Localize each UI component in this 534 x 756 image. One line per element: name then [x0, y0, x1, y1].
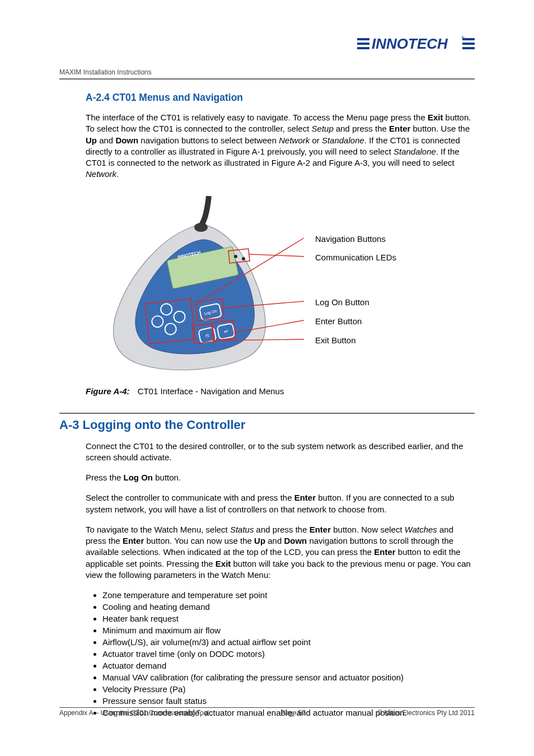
svg-point-11 [242, 257, 245, 260]
list-item: Manual VAV calibration (for calibrating … [102, 671, 475, 683]
page-footer: Appendix A – Using the CT01 Commissionin… [59, 707, 475, 717]
figure-caption: Figure A-4:CT01 Interface - Navigation a… [86, 386, 475, 396]
heading-a-3: A-3 Logging onto the Controller [59, 418, 475, 432]
doc-title: MAXIM Installation Instructions [59, 68, 475, 80]
list-item: Pressure sensor fault status [102, 695, 475, 707]
watch-menu-list: Zone temperature and temperature set poi… [86, 589, 475, 718]
footer-right: © Mass Electronics Pty Ltd 2011 [377, 709, 475, 717]
figure-label-navigation-buttons: Navigation Buttons [315, 234, 386, 244]
list-item: Zone temperature and temperature set poi… [102, 589, 475, 601]
brand-logo-text: INNOTECH [372, 35, 448, 52]
figure-label-logon-button: Log On Button [315, 297, 369, 307]
list-item: Cooling and heating demand [102, 601, 475, 613]
list-item: Actuator travel time (only on DODC motor… [102, 648, 475, 660]
svg-text:®: ® [461, 35, 465, 40]
list-item: Velocity Pressure (Pa) [102, 683, 475, 695]
figure-label-enter-button: Enter Button [315, 316, 362, 326]
footer-left: Appendix A – Using the CT01 Commissionin… [59, 709, 209, 717]
footer-center: Page 57 [280, 709, 306, 717]
brand-logo: INNOTECH ® [357, 34, 475, 56]
paragraph-a24: The interface of the CT01 is relatively … [86, 112, 475, 180]
list-item: Minimum and maximum air flow [102, 624, 475, 636]
figure-label-communication-leds: Communication LEDs [315, 253, 396, 262]
paragraph-a3-3: Select the controller to communicate wit… [86, 492, 475, 515]
figure-a4: INNOTECH Log On ⎋ ↵ [86, 196, 475, 381]
figure-label-exit-button: Exit Button [315, 335, 356, 345]
svg-point-10 [234, 255, 237, 258]
paragraph-a3-1: Connect the CT01 to the desired controll… [86, 441, 475, 464]
list-item: Heater bank request [102, 613, 475, 624]
svg-point-7 [194, 223, 208, 232]
paragraph-a3-4: To navigate to the Watch Menu, select St… [86, 524, 475, 581]
heading-a-2-4: A-2.4 CT01 Menus and Navigation [86, 92, 475, 104]
paragraph-a3-2: Press the Log On button. [86, 472, 475, 483]
list-item: Airflow(L/S), air volume(m/3) and actual… [102, 636, 475, 648]
list-item: Actuator demand [102, 660, 475, 671]
